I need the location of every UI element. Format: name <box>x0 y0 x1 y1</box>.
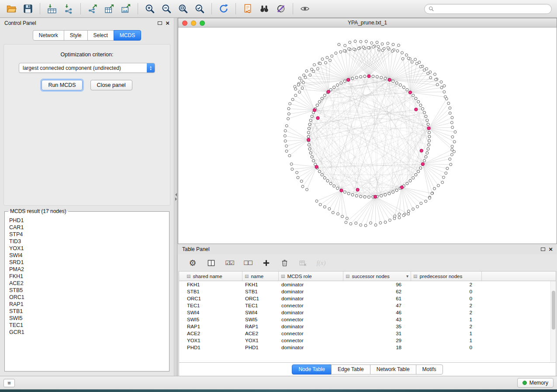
tab-motifs[interactable]: Motifs <box>416 364 443 375</box>
close-panel-icon[interactable]: × <box>166 21 170 25</box>
export-network-button[interactable] <box>85 2 100 16</box>
column-header-name[interactable]: ▤name <box>242 272 279 281</box>
mcds-result-item[interactable]: TEC1 <box>9 322 165 329</box>
window-minimize-icon[interactable] <box>191 21 196 26</box>
table-tabs: Node TableEdge TableNetwork TableMotifs <box>179 363 556 376</box>
deselect-all-button[interactable]: ☐☐ <box>242 258 253 268</box>
import-table-button[interactable] <box>44 2 60 16</box>
optimization-criterion-dropdown[interactable]: largest connected component (undirected)… <box>19 63 155 73</box>
refresh-view-button[interactable] <box>216 2 232 16</box>
mcds-result-item[interactable]: SWI4 <box>9 252 165 259</box>
dropdown-stepper-icon[interactable]: ▲▼ <box>147 63 155 72</box>
table-row[interactable]: ACE2ACE2connector311 <box>184 330 556 337</box>
hide-selected-button[interactable] <box>273 2 289 16</box>
search-network-button[interactable] <box>256 2 272 16</box>
tab-node-table[interactable]: Node Table <box>292 364 332 375</box>
table-row[interactable]: FKH1FKH1dominator962 <box>184 281 556 288</box>
export-table-button[interactable] <box>101 2 117 16</box>
table-cell: 31 <box>343 331 411 336</box>
network-window-titlebar[interactable]: YPA_prune.txt_1 <box>178 18 557 28</box>
memory-button[interactable]: Memory <box>517 378 554 388</box>
mcds-result-item[interactable]: PHD1 <box>9 217 165 224</box>
close-panel-icon[interactable]: × <box>549 247 553 251</box>
mcds-result-list[interactable]: PHD1CAR1STP4TID3YOX1SWI4SRD1PMA2FKH1ACE2… <box>6 215 168 337</box>
tab-network[interactable]: Network <box>33 30 64 41</box>
mcds-result-item[interactable]: GCR1 <box>9 329 165 336</box>
network-canvas[interactable] <box>178 28 557 244</box>
mcds-result-item[interactable]: YOX1 <box>9 245 165 252</box>
open-session-button[interactable] <box>3 2 19 16</box>
mcds-result-item[interactable]: ORC1 <box>9 294 165 301</box>
delete-column-button[interactable] <box>279 258 290 268</box>
show-hidden-button[interactable] <box>297 2 313 16</box>
mcds-result-item[interactable]: SWI5 <box>9 315 165 322</box>
table-row[interactable]: ORC1ORC1dominator610 <box>184 295 556 302</box>
tab-network-table[interactable]: Network Table <box>370 364 416 375</box>
tab-edge-table[interactable]: Edge Table <box>331 364 370 375</box>
run-mcds-button[interactable]: Run MCDS <box>42 80 82 90</box>
table-row[interactable]: YOX1YOX1connector291 <box>184 337 556 344</box>
import-network-button[interactable] <box>61 2 76 16</box>
mcds-result-item[interactable]: RAP1 <box>9 301 165 308</box>
table-row[interactable]: PHD1PHD1dominator180 <box>184 344 556 351</box>
mcds-result-item[interactable]: PMA2 <box>9 266 165 273</box>
zoom-selected-button[interactable] <box>192 2 208 16</box>
clone-network-button[interactable] <box>240 2 256 16</box>
column-header-shared-name[interactable]: ▤shared name <box>184 272 242 281</box>
add-column-button[interactable] <box>261 258 271 268</box>
table-row[interactable]: STB1STB1dominator620 <box>184 288 556 295</box>
mcds-result-item[interactable]: ACE2 <box>9 280 165 287</box>
export-image-button[interactable] <box>118 2 134 16</box>
zoom-in-button[interactable] <box>142 2 158 16</box>
refresh-view-icon <box>218 3 229 14</box>
save-session-button[interactable] <box>20 2 36 16</box>
zoom-out-button[interactable] <box>159 2 174 16</box>
show-columns-button[interactable] <box>206 258 216 268</box>
table-body: FKH1FKH1dominator962STB1STB1dominator620… <box>179 281 556 362</box>
network-canvas-svg[interactable] <box>178 28 557 244</box>
toolbar-separator <box>138 3 138 14</box>
collapse-right-icon[interactable] <box>175 197 177 201</box>
table-row[interactable]: TEC1TEC1connector472 <box>184 302 556 309</box>
table-cell: 0 <box>411 296 482 301</box>
table-panel: Table Panel × ⚙ ☑☑ ☐☐ <box>178 244 557 376</box>
zoom-fit-button[interactable] <box>175 2 191 16</box>
table-settings-button[interactable]: ⚙ <box>187 258 198 268</box>
tab-mcds[interactable]: MCDS <box>114 30 141 41</box>
column-header-predecessor-nodes[interactable]: ▤predecessor nodes <box>411 272 482 281</box>
function-builder-button[interactable]: f(x) <box>316 258 326 268</box>
mcds-result-item[interactable]: STP4 <box>9 231 165 238</box>
search-box[interactable] <box>424 4 552 14</box>
table-row[interactable]: SWI5SWI5connector431 <box>184 316 556 323</box>
table-scrollbar[interactable] <box>550 281 555 362</box>
table-row[interactable]: RAP1RAP1dominator352 <box>184 323 556 330</box>
table-toolbar: ⚙ ☑☑ ☐☐ <box>178 254 557 271</box>
control-panel: Control Panel × NetworkStyleSelectMCDS O… <box>0 18 174 376</box>
tab-select[interactable]: Select <box>87 30 114 41</box>
float-window-icon[interactable] <box>541 248 545 251</box>
open-session-icon <box>6 3 17 14</box>
status-menu-button[interactable]: ≡ <box>3 379 15 387</box>
mcds-result-item[interactable]: SRD1 <box>9 259 165 266</box>
mcds-result-item[interactable]: TID3 <box>9 238 165 245</box>
column-header-MCDS-role[interactable]: ▤MCDS role <box>279 272 343 281</box>
search-input[interactable] <box>436 6 547 12</box>
select-all-button[interactable]: ☑☑ <box>224 258 235 268</box>
sort-chevron-icon[interactable]: ▾ <box>406 274 408 279</box>
close-panel-button[interactable]: Close panel <box>90 80 132 90</box>
table-cell: 1 <box>411 338 482 343</box>
window-close-icon[interactable] <box>182 21 187 26</box>
panel-splitter[interactable] <box>174 18 178 376</box>
mcds-result-item[interactable]: CAR1 <box>9 224 165 231</box>
tab-style[interactable]: Style <box>64 30 88 41</box>
mcds-result-item[interactable]: STB1 <box>9 308 165 315</box>
collapse-left-icon[interactable] <box>175 193 177 196</box>
window-maximize-icon[interactable] <box>200 21 205 26</box>
scrollbar-thumb[interactable] <box>552 291 555 330</box>
mcds-result-item[interactable]: STB5 <box>9 287 165 294</box>
mcds-result-item[interactable]: FKH1 <box>9 273 165 280</box>
table-row[interactable]: SWI4SWI4dominator462 <box>184 309 556 316</box>
column-header-successor-nodes[interactable]: ▤successor nodes▾ <box>343 272 411 281</box>
float-window-icon[interactable] <box>158 21 162 25</box>
delete-table-button[interactable] <box>298 258 308 268</box>
